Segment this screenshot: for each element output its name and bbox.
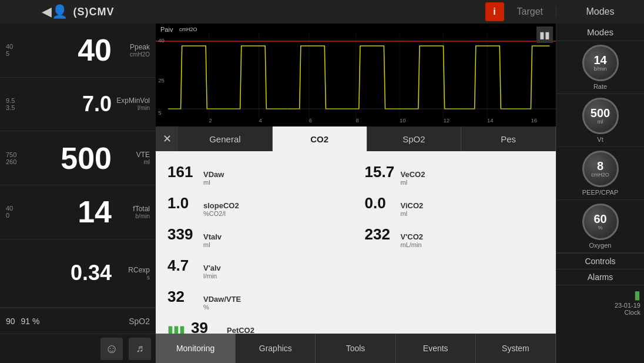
peep-knob[interactable]: 8 cmH2O [582, 151, 619, 187]
co2-content-area: 161 VDaw ml 15.7 VeCO2 ml 1.0 [156, 151, 556, 334]
clock-date: 23-01-19 [615, 302, 640, 309]
ppeak-unit: cmH2O [130, 51, 150, 58]
metric-vte[interactable]: 750 260 500 VTE ml [0, 131, 156, 185]
vte-high: 750 [6, 151, 16, 158]
svg-text:10: 10 [400, 118, 406, 124]
modes-label: Modes [586, 6, 614, 17]
top-bar-left: ◀👤 (S)CMV [0, 4, 156, 19]
spo2-val1: 90 [6, 317, 15, 326]
rcexp-value: 0.34 [26, 262, 115, 284]
valv-param: V'alv [203, 264, 221, 272]
svg-text:12: 12 [443, 118, 450, 124]
controls-label[interactable]: Controls [556, 253, 644, 269]
person-icon: ◀👤 [42, 4, 68, 19]
vt-unit: ml [598, 119, 603, 125]
nav-graphics[interactable]: Graphics [236, 334, 316, 363]
clock-label: Clock [624, 309, 640, 316]
metric-expminvol[interactable]: 9.5 3.5 7.0 ExpMinVol l/min [0, 78, 156, 132]
valv-value: 4.7 [167, 257, 200, 275]
tabs-area: ✕ General CO2 SpO2 Pes [156, 126, 556, 151]
nav-system[interactable]: System [476, 334, 556, 363]
waveform-unit: cmH2O [179, 26, 197, 32]
rate-value: 14 [593, 54, 606, 66]
peep-knob-container: 8 cmH2O PEEP/CPAP [556, 147, 644, 200]
svg-text:4: 4 [259, 118, 262, 124]
ftotal-name: fTotal [133, 205, 150, 213]
tab-pes[interactable]: Pes [461, 126, 556, 151]
ppeak-value: 40 [26, 35, 115, 65]
vco2-param: V'CO2 [401, 232, 424, 241]
veco2-unit: ml [401, 179, 425, 186]
waveform-label: Paiv [160, 26, 173, 33]
metric-rcexp[interactable]: 0.34 RCexp s [0, 239, 156, 308]
target-button[interactable]: Target [510, 4, 550, 19]
svg-text:6: 6 [309, 118, 312, 124]
pause-button[interactable]: ▮▮ [536, 26, 553, 43]
metric-ftotal[interactable]: 40 0 14 fTotal b/min [0, 185, 156, 239]
ftotal-value: 14 [26, 197, 115, 227]
spo2-row: 90 91 % SpO2 [0, 308, 156, 334]
data-item-vco2: 232 V'CO2 mL/min [365, 222, 545, 251]
mode-title: (S)CMV [73, 6, 115, 18]
data-item-vdawvte: 32 VDaw/VTE % [167, 285, 544, 314]
nav-monitoring[interactable]: Monitoring [156, 334, 236, 363]
svg-text:5: 5 [158, 110, 161, 116]
expminvol-high: 9.5 [6, 97, 15, 104]
rcexp-unit: s [147, 274, 150, 281]
tab-close-button[interactable]: ✕ [156, 126, 178, 151]
top-bar: ◀👤 (S)CMV i Target Modes [0, 0, 644, 24]
ftotal-low: 0 [6, 212, 9, 219]
data-item-slopeco2: 1.0 slopeCO2 %CO2/l [167, 191, 347, 220]
vtalv-param: Vtalv [203, 232, 222, 241]
vdawvte-value: 32 [167, 288, 200, 306]
tab-general[interactable]: General [178, 126, 273, 151]
metric-ppeak[interactable]: 40 5 40 Ppeak cmH2O [0, 24, 156, 78]
peep-unit: cmH2O [591, 172, 609, 178]
oxygen-knob[interactable]: 60 % [582, 204, 619, 240]
vdawvte-param: VDaw/VTE [203, 295, 241, 304]
vtalv-unit: ml [203, 241, 222, 248]
spo2-label: SpO2 [129, 317, 150, 326]
vt-knob[interactable]: 500 ml [582, 98, 619, 134]
tab-spo2[interactable]: SpO2 [367, 126, 462, 151]
ftotal-limits: 40 0 [6, 205, 26, 219]
nav-events[interactable]: Events [396, 334, 476, 363]
top-bar-right: Modes [556, 6, 644, 17]
rate-knob[interactable]: 14 b/min [582, 45, 619, 81]
veco2-value: 15.7 [365, 163, 397, 181]
peep-value: 8 [597, 160, 603, 172]
data-item-vico2: 0.0 ViCO2 ml [365, 191, 545, 220]
expminvol-low: 3.5 [6, 104, 15, 111]
oxygen-value: 60 [593, 213, 606, 225]
ppeak-name: Ppeak [130, 43, 150, 51]
oxygen-label: Oxygen [589, 242, 612, 249]
slopeco2-param: slopeCO2 [203, 201, 239, 210]
slopeco2-unit: %CO2/l [203, 210, 239, 217]
icon-human[interactable]: ☺ [100, 338, 123, 360]
ppeak-high: 40 [6, 43, 13, 50]
expminvol-unit: l/min [137, 105, 150, 111]
expminvol-name: ExpMinVol [116, 96, 150, 105]
data-item-valv: 4.7 V'alv l/min [167, 254, 544, 282]
vico2-param: ViCO2 [401, 201, 424, 210]
co2-data-grid: 161 VDaw ml 15.7 VeCO2 ml 1.0 [167, 160, 544, 334]
top-bar-center: i Target [156, 2, 556, 21]
left-panel: 40 5 40 Ppeak cmH2O 9.5 3.5 7.0 ExpMinVo… [0, 24, 156, 363]
ppeak-low: 5 [6, 50, 9, 57]
alarms-label[interactable]: Alarms [556, 269, 644, 285]
right-bottom: Controls Alarms ▮ 23-01-19 Clock [556, 253, 644, 363]
petco2-value: 39 [191, 319, 223, 334]
info-button[interactable]: i [485, 2, 504, 21]
vtalv-value: 339 [167, 225, 200, 244]
svg-text:14: 14 [487, 118, 494, 124]
petco2-param: PetCO2 [227, 326, 254, 334]
rcexp-label-block: RCexp s [115, 266, 150, 281]
vte-unit: ml [143, 159, 150, 165]
svg-text:8: 8 [356, 118, 359, 124]
main-content: 40 5 40 Ppeak cmH2O 9.5 3.5 7.0 ExpMinVo… [0, 24, 644, 363]
icon-wave[interactable]: ♬ [129, 338, 151, 360]
vt-knob-container: 500 ml Vt [556, 94, 644, 147]
data-item-vdaw: 161 VDaw ml [167, 160, 347, 189]
nav-tools[interactable]: Tools [316, 334, 395, 363]
tab-co2[interactable]: CO2 [273, 126, 367, 151]
